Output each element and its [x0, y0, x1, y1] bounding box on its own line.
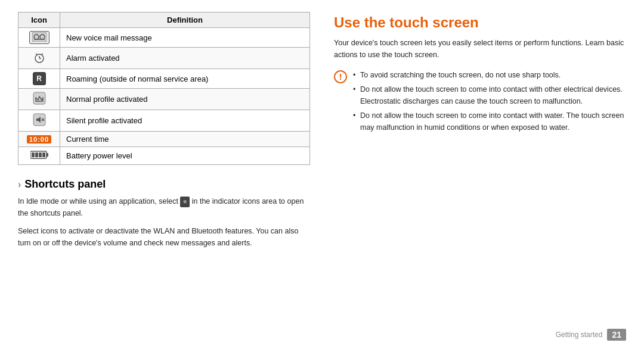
silent-icon: [18, 110, 60, 132]
table-cell-definition: Current time: [60, 132, 310, 147]
col-definition-header: Definition: [60, 13, 310, 28]
warning-icon-wrap: !: [334, 70, 347, 83]
right-column: Use the touch screen Your device's touch…: [334, 12, 626, 337]
table-row: New voice mail message: [18, 28, 310, 48]
svg-rect-9: [33, 92, 45, 104]
table-row: Battery power level: [18, 147, 310, 165]
bullet-item: To avoid scratching the touch screen, do…: [353, 69, 626, 81]
page-title: Use the touch screen: [334, 14, 626, 31]
voicemail-icon: [29, 31, 49, 44]
intro-text: Your device's touch screen lets you easi…: [334, 37, 626, 61]
table-cell-definition: Silent profile activated: [60, 110, 310, 132]
table-cell-definition: Battery power level: [60, 147, 310, 165]
alarm-icon: [18, 48, 60, 69]
shortcuts-title: › Shortcuts panel: [18, 178, 310, 191]
table-row: Normal profile activated: [18, 89, 310, 110]
shortcuts-heading: Shortcuts panel: [24, 178, 106, 191]
table-cell-definition: Alarm activated: [60, 48, 310, 69]
left-column: Icon Definition New voice mail messageAl…: [18, 12, 310, 337]
svg-rect-18: [35, 152, 38, 157]
battery-icon: [18, 147, 60, 165]
svg-rect-19: [39, 152, 42, 157]
roaming-icon: R: [33, 72, 46, 85]
table-row: 10:00Current time: [18, 132, 310, 147]
roaming-icon: R: [18, 69, 60, 89]
voicemail-icon: [18, 28, 60, 48]
col-icon-header: Icon: [18, 13, 60, 28]
svg-line-8: [41, 54, 43, 55]
table-row: RRoaming (outside of normal service area…: [18, 69, 310, 89]
page-number: 21: [607, 329, 626, 341]
shortcuts-text-before: In Idle mode or while using an applicati…: [18, 197, 178, 205]
svg-rect-16: [47, 153, 48, 157]
footer-label: Getting started: [556, 331, 603, 339]
current-time-icon: 10:00: [18, 132, 60, 147]
normal-profile-icon: [33, 92, 46, 105]
alarm-icon: [33, 51, 46, 64]
current-time-icon: 10:00: [27, 135, 51, 144]
battery-icon: [30, 150, 48, 160]
icon-table: Icon Definition New voice mail messageAl…: [18, 12, 310, 165]
shortcuts-button-icon: ≡: [180, 197, 190, 207]
footer: Getting started 21: [556, 329, 626, 341]
table-cell-definition: Roaming (outside of normal service area): [60, 69, 310, 89]
warning-icon: !: [334, 70, 347, 83]
shortcuts-text1: In Idle mode or while using an applicati…: [18, 195, 310, 219]
silent-icon: [33, 113, 46, 126]
svg-rect-20: [42, 152, 45, 157]
svg-line-7: [36, 54, 38, 55]
table-row: Silent profile activated: [18, 110, 310, 132]
table-cell-definition: New voice mail message: [60, 28, 310, 48]
bullet-item: Do not allow the touch screen to come in…: [353, 110, 626, 133]
bullet-item: Do not allow the touch screen to come in…: [353, 83, 626, 107]
warning-block: ! To avoid scratching the touch screen, …: [334, 69, 626, 136]
table-row: Alarm activated: [18, 48, 310, 69]
normal-profile-icon: [18, 89, 60, 110]
svg-rect-17: [32, 152, 35, 157]
shortcuts-text2: Select icons to activate or deactivate t…: [18, 225, 310, 249]
chevron-icon: ›: [18, 179, 21, 190]
bullet-list: To avoid scratching the touch screen, do…: [353, 69, 626, 136]
table-cell-definition: Normal profile activated: [60, 89, 310, 110]
